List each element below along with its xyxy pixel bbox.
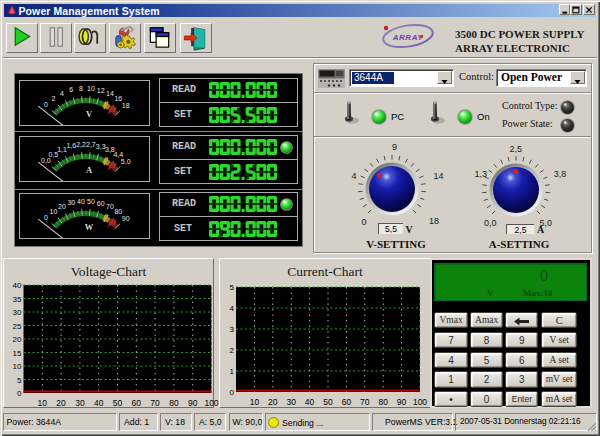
svg-text:15: 15 bbox=[13, 349, 22, 358]
svg-text:20: 20 bbox=[268, 397, 278, 407]
svg-text:25: 25 bbox=[13, 322, 22, 331]
svg-text:60: 60 bbox=[132, 398, 142, 408]
svg-text:40: 40 bbox=[94, 398, 104, 408]
svg-text:4: 4 bbox=[60, 90, 64, 97]
svg-text:2: 2 bbox=[230, 346, 235, 355]
svg-text:35: 35 bbox=[13, 295, 22, 304]
svg-text:70: 70 bbox=[360, 397, 370, 407]
svg-text:1,3: 1,3 bbox=[474, 168, 487, 178]
svg-text:5: 5 bbox=[230, 283, 235, 292]
svg-text:90: 90 bbox=[397, 397, 407, 407]
svg-text:0: 0 bbox=[361, 217, 366, 227]
svg-text:0: 0 bbox=[44, 214, 48, 221]
svg-text:40: 40 bbox=[305, 397, 315, 407]
svg-text:90: 90 bbox=[188, 398, 198, 408]
svg-text:V: V bbox=[86, 109, 93, 119]
svg-text:40: 40 bbox=[13, 281, 22, 290]
svg-text:70: 70 bbox=[106, 203, 114, 210]
svg-text:6: 6 bbox=[69, 86, 73, 93]
svg-text:80: 80 bbox=[169, 398, 179, 408]
svg-text:18: 18 bbox=[428, 216, 438, 226]
svg-text:10: 10 bbox=[50, 208, 58, 215]
svg-text:ARRAY: ARRAY bbox=[392, 33, 424, 42]
svg-text:50: 50 bbox=[87, 198, 95, 205]
svg-text:W: W bbox=[85, 222, 94, 232]
svg-text:20: 20 bbox=[56, 398, 66, 408]
svg-text:50: 50 bbox=[113, 398, 123, 408]
svg-text:10: 10 bbox=[250, 397, 260, 407]
svg-text:4: 4 bbox=[351, 171, 356, 181]
svg-text:0: 0 bbox=[230, 388, 235, 397]
svg-text:0,0: 0,0 bbox=[484, 218, 497, 228]
svg-text:A: A bbox=[86, 165, 93, 175]
svg-text:90: 90 bbox=[122, 215, 130, 222]
svg-text:9: 9 bbox=[391, 142, 396, 152]
svg-text:20: 20 bbox=[13, 335, 22, 344]
svg-text:4: 4 bbox=[230, 304, 235, 313]
svg-text:2: 2 bbox=[51, 95, 55, 102]
svg-text:10: 10 bbox=[87, 85, 95, 92]
svg-text:5: 5 bbox=[17, 376, 22, 385]
svg-text:8: 8 bbox=[79, 85, 83, 92]
svg-text:30: 30 bbox=[13, 308, 22, 317]
svg-text:50: 50 bbox=[323, 397, 333, 407]
svg-text:70: 70 bbox=[150, 398, 160, 408]
svg-text:3,8: 3,8 bbox=[554, 168, 567, 178]
svg-text:10: 10 bbox=[38, 398, 48, 408]
svg-text:80: 80 bbox=[378, 397, 388, 407]
svg-text:18: 18 bbox=[122, 102, 130, 109]
svg-text:5,0: 5,0 bbox=[121, 158, 131, 165]
svg-text:14: 14 bbox=[106, 90, 114, 97]
svg-text:0: 0 bbox=[17, 389, 22, 398]
svg-text:100: 100 bbox=[413, 397, 427, 407]
svg-text:40: 40 bbox=[77, 198, 85, 205]
svg-text:60: 60 bbox=[342, 397, 352, 407]
svg-text:30: 30 bbox=[75, 398, 85, 408]
svg-text:10: 10 bbox=[13, 362, 22, 371]
svg-text:14: 14 bbox=[433, 171, 443, 181]
svg-text:1,6: 1,6 bbox=[66, 142, 76, 149]
svg-text:100: 100 bbox=[204, 398, 218, 408]
svg-text:2,2: 2,2 bbox=[76, 140, 86, 147]
svg-text:30: 30 bbox=[67, 199, 75, 206]
svg-text:0: 0 bbox=[44, 101, 48, 108]
svg-text:30: 30 bbox=[286, 397, 296, 407]
svg-text:2,7: 2,7 bbox=[86, 140, 96, 147]
svg-text:0,0: 0,0 bbox=[41, 157, 51, 164]
svg-text:20: 20 bbox=[58, 203, 66, 210]
svg-text:60: 60 bbox=[97, 200, 105, 207]
svg-text:3: 3 bbox=[230, 325, 235, 334]
svg-text:1: 1 bbox=[230, 367, 235, 376]
svg-text:12: 12 bbox=[97, 87, 105, 94]
svg-text:2,5: 2,5 bbox=[509, 144, 522, 154]
